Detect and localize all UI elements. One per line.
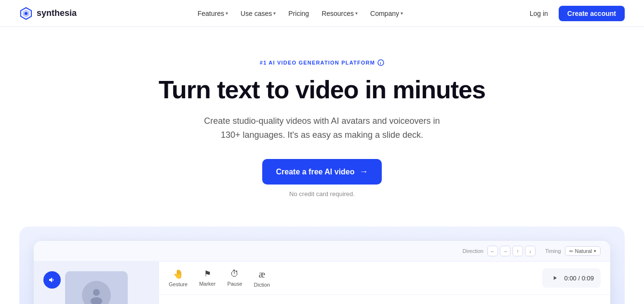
arrow-icon: → <box>360 167 368 177</box>
direction-arrows: ← → ↑ ↓ <box>487 246 536 256</box>
demo-wrapper: Direction ← → ↑ ↓ Timing ✏ Natural ▾ <box>19 226 625 304</box>
logo-text: synthesia <box>37 8 77 18</box>
svg-point-0 <box>25 12 27 15</box>
play-button[interactable] <box>549 272 561 284</box>
chevron-down-icon: ▾ <box>594 249 596 253</box>
demo-panel: Direction ← → ↑ ↓ Timing ✏ Natural ▾ <box>34 241 610 304</box>
pause-label: Pause <box>227 281 242 287</box>
diction-label: Diction <box>254 282 270 288</box>
arrow-left[interactable]: ← <box>487 246 498 256</box>
diction-icon: æ <box>259 269 265 280</box>
chevron-icon: ▾ <box>226 11 228 16</box>
speaker-icon <box>48 276 56 284</box>
direction-group: Direction ← → ↑ ↓ <box>463 246 536 256</box>
marker-label: Marker <box>199 281 215 287</box>
svg-point-3 <box>93 289 100 296</box>
avatar-person-icon <box>87 286 106 304</box>
avatar-card <box>65 271 128 304</box>
demo-text-area: EN › Hey, I'm Alex, one of over 160 AI <box>159 295 610 304</box>
svg-text:i: i <box>380 61 381 66</box>
demo-avatar-panel <box>34 262 159 304</box>
playback-controls: 0:00 / 0:09 <box>542 268 601 288</box>
nav-resources[interactable]: Resources ▾ <box>317 7 362 20</box>
nav-pricing[interactable]: Pricing <box>283 7 314 20</box>
demo-content: 🤚 Gesture ⚑ Marker ⏱ Pause æ <box>34 262 610 304</box>
gesture-label: Gesture <box>169 281 188 287</box>
chevron-icon: ▾ <box>273 11 276 16</box>
control-items: 🤚 Gesture ⚑ Marker ⏱ Pause æ <box>169 269 270 288</box>
time-display: 0:00 / 0:09 <box>564 275 594 282</box>
sound-button[interactable] <box>43 271 61 289</box>
pause-control[interactable]: ⏱ Pause <box>227 269 242 288</box>
avatar-face <box>82 281 111 304</box>
logo-icon <box>19 7 33 20</box>
nav-company[interactable]: Company ▾ <box>365 7 408 20</box>
arrow-down[interactable]: ↓ <box>525 246 536 256</box>
info-icon: i <box>377 59 384 66</box>
nav-use-cases[interactable]: Use cases ▾ <box>236 7 281 20</box>
pencil-icon: ✏ <box>569 249 573 254</box>
create-account-button[interactable]: Create account <box>559 6 625 21</box>
logo[interactable]: synthesia <box>19 7 77 20</box>
direction-label: Direction <box>463 248 483 254</box>
login-button[interactable]: Log in <box>524 7 554 20</box>
gesture-icon: 🤚 <box>173 269 184 279</box>
hero-section: #1 AI VIDEO GENERATION PLATFORM i Turn t… <box>105 27 539 217</box>
demo-toolbar: Direction ← → ↑ ↓ Timing ✏ Natural ▾ <box>34 241 610 262</box>
nav-right: Log in Create account <box>524 6 625 21</box>
demo-right-panel: 🤚 Gesture ⚑ Marker ⏱ Pause æ <box>159 262 610 304</box>
hero-title: Turn text to video in minutes <box>115 76 529 105</box>
play-icon <box>551 275 558 281</box>
gesture-control[interactable]: 🤚 Gesture <box>169 269 188 288</box>
navigation: synthesia Features ▾ Use cases ▾ Pricing… <box>0 0 644 27</box>
diction-control[interactable]: æ Diction <box>254 269 270 288</box>
cta-button[interactable]: Create a free AI video → <box>262 159 381 185</box>
natural-dropdown[interactable]: ✏ Natural ▾ <box>565 246 601 256</box>
chevron-icon: ▾ <box>401 11 403 16</box>
hero-badge: #1 AI VIDEO GENERATION PLATFORM i <box>260 59 384 66</box>
demo-controls: 🤚 Gesture ⚑ Marker ⏱ Pause æ <box>159 262 610 295</box>
timing-group: Timing ✏ Natural ▾ <box>545 246 601 256</box>
svg-point-4 <box>91 297 102 304</box>
timing-label: Timing <box>545 248 561 254</box>
hero-subtitle: Create studio-quality videos with AI ava… <box>197 114 447 142</box>
pause-icon: ⏱ <box>230 269 239 279</box>
chevron-icon: ▾ <box>355 11 358 16</box>
hero-note: No credit card required. <box>115 190 529 198</box>
nav-links: Features ▾ Use cases ▾ Pricing Resources… <box>193 7 408 20</box>
marker-icon: ⚑ <box>204 269 211 279</box>
arrow-right[interactable]: → <box>500 246 510 256</box>
nav-features[interactable]: Features ▾ <box>193 7 233 20</box>
marker-control[interactable]: ⚑ Marker <box>199 269 215 288</box>
arrow-up[interactable]: ↑ <box>512 246 523 256</box>
